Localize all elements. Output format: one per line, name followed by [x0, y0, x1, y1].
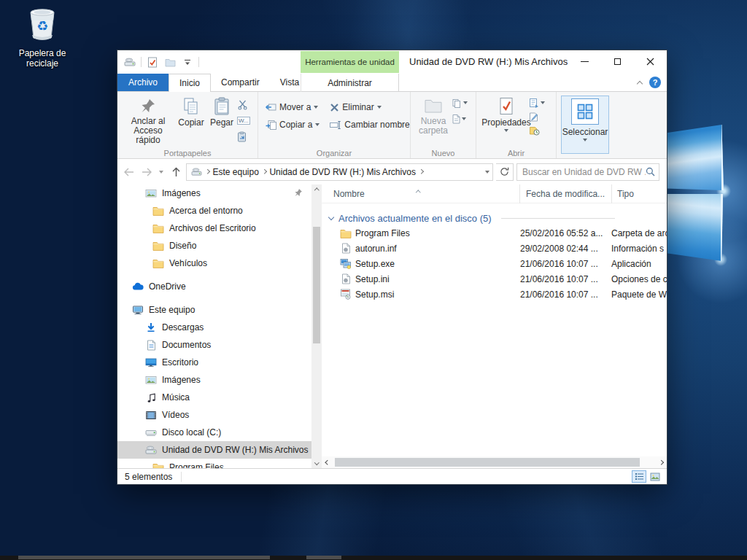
new-item-button[interactable]: [452, 113, 468, 125]
dropdown-caret: [463, 101, 468, 104]
customize-toolbar-icon[interactable]: [181, 55, 194, 69]
address-bar[interactable]: Este equipo Unidad de DVD RW (H:) Mis Ar…: [186, 163, 493, 181]
sidebar-item[interactable]: Diseño: [117, 237, 322, 254]
thumbnails-view-button[interactable]: [648, 470, 662, 483]
sidebar-item[interactable]: OneDrive: [117, 278, 322, 295]
scrollbar-thumb[interactable]: [335, 458, 640, 467]
edit-button[interactable]: [529, 111, 545, 122]
close-button[interactable]: [634, 50, 667, 72]
sidebar-item[interactable]: Acerca del entorno: [117, 202, 322, 219]
select-grid-icon: [576, 103, 594, 120]
details-view-button[interactable]: [632, 470, 646, 483]
sidebar-item[interactable]: Unidad de DVD RW (H:) Mis Archivos: [117, 441, 322, 459]
file-name: Setup.ini: [352, 274, 520, 284]
forward-button[interactable]: [139, 164, 154, 180]
breadcrumb-chevron[interactable]: [419, 169, 423, 174]
window-title: Unidad de DVD RW (H:) Mis Archivos: [409, 50, 568, 74]
sidebar-item-label: Acerca del entorno: [169, 206, 243, 216]
paste-button[interactable]: Pegar: [206, 94, 237, 147]
cloud-icon: [132, 281, 144, 292]
cut-button[interactable]: [237, 98, 250, 110]
tab-inicio[interactable]: Inicio: [169, 74, 211, 92]
scrollbar-thumb[interactable]: [313, 227, 320, 343]
sidebar-item[interactable]: Disco local (C:): [117, 424, 322, 441]
sidebar-item[interactable]: Descargas: [117, 319, 322, 336]
dvd-drive-icon[interactable]: [123, 55, 136, 69]
select-button[interactable]: Seleccionar: [561, 96, 609, 154]
delete-button[interactable]: Eliminar: [330, 101, 409, 114]
sidebar-item-label: Descargas: [162, 322, 204, 332]
column-header-nombre[interactable]: Nombre: [322, 184, 520, 203]
sidebar-item[interactable]: Este equipo: [117, 301, 322, 319]
msi-file-icon: [340, 289, 352, 300]
pin-to-quick-access-button[interactable]: Anclar al Acceso rápido: [120, 94, 176, 147]
scroll-up-arrow[interactable]: [311, 184, 322, 195]
sidebar-item[interactable]: Imágenes: [117, 371, 322, 389]
tab-archivo[interactable]: Archivo: [117, 74, 169, 91]
move-to-button[interactable]: Mover a: [265, 101, 320, 114]
sidebar-item[interactable]: Música: [117, 389, 322, 406]
copy-to-button[interactable]: Copiar a: [265, 118, 320, 131]
copy-path-button[interactable]: W...: [237, 114, 250, 126]
sidebar-item[interactable]: Vehículos: [117, 254, 322, 272]
collapse-ribbon-icon[interactable]: [637, 80, 643, 86]
breadcrumb-chevron[interactable]: [205, 169, 209, 174]
minimize-button[interactable]: [568, 50, 601, 72]
paste-shortcut-button[interactable]: [237, 131, 250, 142]
dropdown-caret: [583, 139, 587, 141]
address-dropdown-caret[interactable]: [485, 171, 489, 174]
properties-button[interactable]: Propiedades: [484, 94, 529, 147]
file-type: Carpeta de arc: [611, 228, 667, 238]
sidebar-item[interactable]: Documentos: [117, 336, 322, 354]
refresh-button[interactable]: [496, 163, 514, 181]
recent-locations-button[interactable]: [157, 164, 166, 180]
desktop-icon: [145, 357, 157, 368]
wallpaper-logo-pane-top: [660, 125, 724, 190]
search-icon[interactable]: [646, 167, 655, 176]
sidebar-item[interactable]: Escritorio: [117, 354, 322, 371]
file-row[interactable]: autorun.inf29/02/2008 02:44 ...Informaci…: [322, 241, 667, 256]
file-row[interactable]: Setup.ini21/06/2016 10:07 ...Opciones de…: [322, 271, 667, 287]
open-button[interactable]: [529, 97, 545, 109]
history-button[interactable]: [529, 125, 545, 136]
sidebar-item[interactable]: Imágenes: [117, 184, 322, 202]
rename-button[interactable]: Cambiar nombre: [330, 118, 409, 131]
horizontal-scrollbar[interactable]: [322, 456, 667, 468]
easy-access-button[interactable]: [452, 97, 468, 109]
sidebar-item[interactable]: Program Files: [117, 459, 322, 468]
refresh-icon: [500, 167, 509, 176]
properties-quick-icon[interactable]: [146, 55, 159, 69]
file-group-header[interactable]: Archivos actualmente en el disco (5): [322, 211, 615, 225]
file-name: Program Files: [352, 228, 520, 238]
recycle-bin[interactable]: ♻ Papelera de reciclaje: [3, 6, 82, 69]
ribbon-group-clipboard: Anclar al Acceso rápido Copiar Pegar W..…: [117, 92, 258, 158]
maximize-button[interactable]: [601, 50, 634, 72]
scroll-down-arrow[interactable]: [311, 458, 322, 468]
scroll-right-arrow[interactable]: [655, 456, 667, 468]
copy-button[interactable]: Copiar: [176, 94, 206, 147]
scroll-left-arrow[interactable]: [322, 456, 333, 468]
file-row[interactable]: Setup.exe21/06/2016 10:07 ...Aplicación: [322, 256, 667, 271]
scissors-icon: [237, 99, 248, 110]
new-folder-quick-icon[interactable]: [163, 55, 177, 69]
breadcrumb-current[interactable]: Unidad de DVD RW (H:) Mis Archivos: [269, 167, 416, 177]
sidebar-item[interactable]: Archivos del Escritorio: [117, 219, 322, 237]
breadcrumb-chevron[interactable]: [262, 169, 266, 174]
new-folder-button[interactable]: Nueva carpeta: [415, 94, 452, 147]
ribbon-group-open: Propiedades Abrir: [476, 92, 557, 158]
back-button[interactable]: [122, 164, 136, 180]
file-row[interactable]: Setup.msi21/06/2016 10:07 ...Paquete de …: [322, 287, 667, 302]
help-icon[interactable]: ?: [649, 77, 661, 88]
column-header-tipo[interactable]: Tipo: [612, 184, 667, 203]
column-header-fecha[interactable]: Fecha de modifica...: [520, 184, 612, 203]
quick-access-toolbar: [117, 55, 199, 69]
sidebar-scrollbar[interactable]: [311, 184, 322, 468]
up-button[interactable]: [169, 164, 183, 180]
dropdown-caret: [315, 123, 320, 126]
sidebar-item[interactable]: Vídeos: [117, 406, 322, 424]
tab-administrar[interactable]: Administrar: [301, 74, 399, 92]
tab-compartir[interactable]: Compartir: [211, 74, 270, 91]
breadcrumb-este-equipo[interactable]: Este equipo: [213, 167, 259, 177]
file-row[interactable]: Program Files25/02/2016 05:52 a...Carpet…: [322, 225, 667, 241]
search-input[interactable]: [522, 167, 646, 177]
